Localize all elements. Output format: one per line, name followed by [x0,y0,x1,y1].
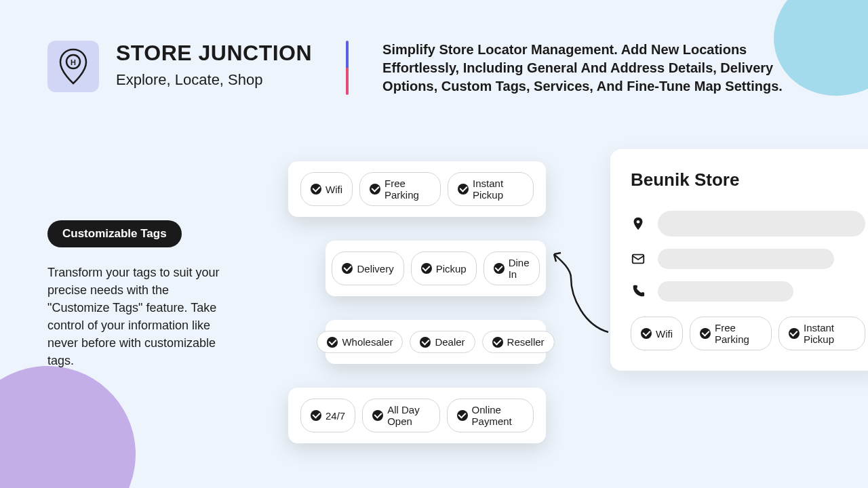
tag-pill[interactable]: Dine In [484,251,540,285]
tag-card: Delivery Pickup Dine In [326,241,546,296]
tag-label: Dealer [435,336,465,348]
feature-section: Customizable Tags Transform your tags to… [47,220,224,370]
store-title: Beunik Store [631,169,865,190]
tag-pill[interactable]: Wifi [631,317,683,350]
store-phone-row [631,281,865,302]
tag-label: Dine In [509,257,530,280]
tag-pill[interactable]: Instant Pickup [448,172,534,206]
tag-pill[interactable]: Free Parking [690,317,772,350]
check-icon [789,328,800,339]
check-icon [370,184,380,195]
tag-label: Pickup [436,263,467,274]
tag-pill[interactable]: Delivery [332,251,403,285]
check-icon [458,184,469,195]
tag-label: Wifi [656,328,673,340]
tag-pill[interactable]: Pickup [411,251,477,285]
app-description: Simplify Store Locator Management. Add N… [366,41,821,96]
tag-rows-container: Wifi Free Parking Instant Pickup Deliver… [288,161,546,467]
location-icon [631,216,646,231]
check-icon [492,337,503,348]
tag-label: Free Parking [715,322,762,345]
title-block: STORE JUNCTION Explore, Locate, Shop [116,41,329,89]
tag-pill[interactable]: Instant Pickup [778,317,865,350]
check-icon [311,184,321,195]
tag-label: 24/7 [326,410,345,422]
store-tags: Wifi Free Parking Instant Pickup [631,317,865,350]
app-title: STORE JUNCTION [116,41,312,66]
tag-card: Wifi Free Parking Instant Pickup [288,161,546,217]
tag-label: Wifi [326,184,342,195]
email-icon [631,251,646,266]
check-icon [342,263,353,274]
skeleton-placeholder [658,281,793,302]
tag-card: Wholesaler Dealer Reseller [326,320,546,364]
tag-label: Instant Pickup [473,178,524,201]
store-preview-card: Beunik Store Wifi Free Parking Instant P… [610,149,868,371]
tag-pill[interactable]: Online Payment [447,399,534,432]
arrow-connector-icon [551,251,618,339]
phone-icon [631,284,646,299]
location-pin-icon: H [58,48,89,85]
skeleton-placeholder [658,249,834,269]
tag-label: All Day Open [387,404,429,427]
check-icon [457,410,468,421]
skeleton-placeholder [658,211,865,237]
tag-pill[interactable]: Wholesaler [317,331,403,353]
tag-label: Instant Pickup [804,322,855,345]
tag-pill[interactable]: 24/7 [300,399,355,432]
tag-label: Reseller [507,336,545,348]
check-icon [494,263,505,274]
feature-badge: Customizable Tags [47,220,182,247]
check-icon [311,410,321,421]
header: H STORE JUNCTION Explore, Locate, Shop S… [0,0,868,96]
feature-text: Transform your tags to suit your precise… [47,264,224,370]
tag-pill[interactable]: Reseller [482,331,555,353]
tag-label: Delivery [357,263,393,274]
check-icon [327,337,338,348]
check-icon [372,410,383,421]
store-address-row [631,211,865,237]
svg-point-2 [637,220,640,224]
svg-text:H: H [71,58,76,66]
tag-pill[interactable]: Dealer [410,331,475,353]
tag-label: Free Parking [384,178,431,201]
tag-pill[interactable]: Free Parking [359,172,441,206]
tag-label: Online Payment [472,404,524,427]
tag-pill[interactable]: Wifi [300,172,353,206]
app-logo: H [47,41,99,92]
app-tagline: Explore, Locate, Shop [116,71,312,89]
check-icon [420,337,431,348]
tag-card: 24/7 All Day Open Online Payment [288,388,546,443]
header-divider [346,41,349,95]
tag-pill[interactable]: All Day Open [362,399,439,432]
check-icon [700,328,711,339]
store-email-row [631,249,865,269]
tag-label: Wholesaler [342,336,393,348]
check-icon [421,263,432,274]
check-icon [641,328,652,339]
